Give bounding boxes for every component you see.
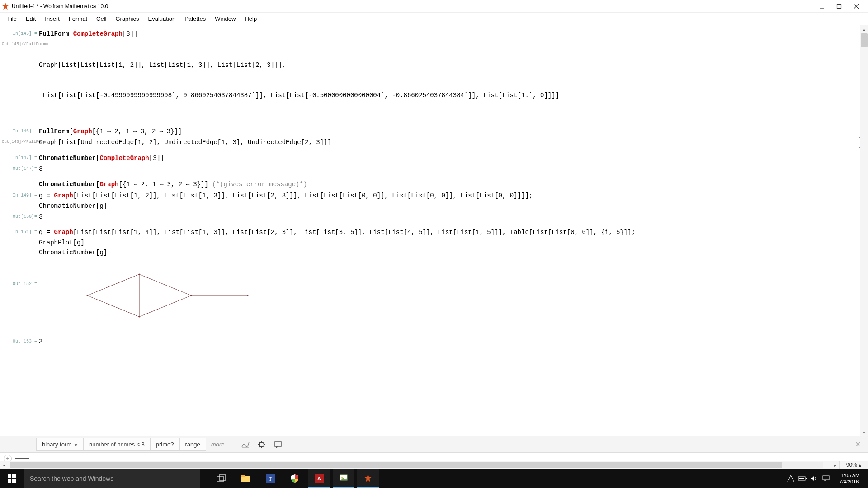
suggest-more[interactable]: more… — [206, 438, 236, 450]
cell-in145[interactable]: FullForm[CompleteGraph[3]] — [39, 29, 855, 39]
cell-out150: 3 — [39, 212, 855, 222]
hscroll-thumb[interactable] — [10, 462, 782, 468]
cell-anon[interactable]: ChromaticNumber[Graph[{1 ↔ 2, 1 ↔ 3, 2 ↔… — [39, 179, 855, 190]
svg-line-23 — [264, 446, 264, 447]
svg-line-25 — [259, 446, 260, 447]
suggest-prime-q[interactable]: prime? — [150, 438, 180, 451]
texworks-icon[interactable]: T — [259, 469, 281, 488]
svg-rect-31 — [217, 476, 223, 482]
menu-palettes[interactable]: Palettes — [180, 14, 210, 24]
svg-rect-29 — [8, 479, 11, 483]
taskbar-clock[interactable]: 11:05 AM 7/4/2016 — [832, 470, 866, 487]
wolfram-alpha-icon[interactable] — [239, 439, 252, 450]
cell-label-in149: In[149]:= — [2, 191, 39, 211]
hscroll-track[interactable] — [10, 462, 823, 468]
svg-rect-30 — [12, 479, 16, 483]
svg-point-12 — [139, 274, 140, 275]
menu-evaluation[interactable]: Evaluation — [143, 14, 180, 24]
svg-point-15 — [247, 295, 249, 296]
cell-in146[interactable]: FullForm[Graph[{1 ↔ 2, 1 ↔ 3, 2 ↔ 3}]] — [39, 127, 855, 137]
svg-line-24 — [264, 442, 264, 443]
scroll-thumb[interactable] — [861, 33, 868, 47]
insertion-line — [15, 458, 29, 459]
taskbar: Search the web and Windows T A ╱╲ 11:05 … — [0, 469, 868, 488]
cell-in151[interactable]: g = Graph[List[List[List[1, 4]], List[Li… — [39, 227, 855, 258]
horizontal-scrollbar[interactable]: ◂ ▸ 90% ▴ — [0, 461, 868, 469]
scroll-right-arrow-icon[interactable]: ▸ — [831, 463, 839, 468]
suggest-binary-form[interactable]: binary form — [36, 438, 84, 451]
menu-window[interactable]: Window — [210, 14, 240, 24]
cell-label-in146: In[146]:= — [2, 127, 39, 137]
svg-rect-44 — [799, 478, 804, 479]
minimize-button[interactable] — [817, 2, 826, 11]
suggestions-bar: binary form number of primes ≤ 3 prime? … — [0, 436, 868, 453]
scroll-left-arrow-icon[interactable]: ◂ — [0, 463, 8, 468]
suggestions-close-icon[interactable]: ✕ — [851, 440, 864, 449]
titlebar: Untitled-4 * - Wolfram Mathematica 10.0 — [0, 0, 868, 13]
action-center-icon[interactable] — [820, 469, 832, 488]
menu-cell[interactable]: Cell — [92, 14, 111, 24]
cell-out147: 3 — [39, 164, 855, 174]
svg-rect-45 — [823, 476, 829, 480]
menu-insert[interactable]: Insert — [40, 14, 64, 24]
cell-label-in147: In[147]:= — [2, 153, 39, 163]
svg-rect-34 — [241, 475, 245, 477]
app-icon — [2, 3, 9, 10]
cell-label-anon — [2, 179, 39, 190]
svg-line-22 — [259, 442, 260, 443]
chat-icon[interactable] — [272, 439, 284, 450]
svg-text:A: A — [317, 476, 321, 481]
menu-help[interactable]: Help — [240, 14, 261, 24]
scroll-up-arrow-icon[interactable]: ▴ — [860, 25, 868, 33]
cell-out145: Graph[List[List[List[1, 2]], List[List[1… — [39, 40, 855, 121]
graph-plot-output[interactable] — [39, 261, 855, 334]
svg-rect-2 — [837, 4, 841, 8]
menu-edit[interactable]: Edit — [21, 14, 40, 24]
battery-icon[interactable] — [797, 469, 808, 488]
file-explorer-icon[interactable] — [235, 469, 257, 488]
cell-label-out152: Out[152]= — [2, 259, 39, 336]
defender-icon[interactable] — [284, 469, 306, 488]
start-button[interactable] — [0, 469, 24, 488]
volume-icon[interactable] — [808, 469, 820, 488]
svg-line-6 — [139, 274, 191, 296]
svg-rect-26 — [274, 442, 282, 446]
cell-in147[interactable]: ChromaticNumber[CompleteGraph[3]] — [39, 153, 855, 163]
taskbar-search[interactable]: Search the web and Windows — [24, 469, 200, 488]
close-button[interactable] — [852, 2, 861, 11]
svg-text:T: T — [269, 475, 272, 482]
svg-point-14 — [139, 316, 140, 318]
svg-line-5 — [87, 274, 139, 296]
paint-icon[interactable] — [333, 469, 354, 488]
cell-out146: Graph[List[UndirectedEdge[1, 2], Undirec… — [39, 137, 855, 147]
zoom-level[interactable]: 90% ▴ — [839, 461, 868, 469]
svg-marker-41 — [364, 474, 372, 482]
cell-label-in145: In[145]:= — [2, 29, 39, 39]
cell-label-out147: Out[147]= — [2, 164, 39, 174]
svg-rect-43 — [806, 478, 807, 479]
suggest-primes-le-3[interactable]: number of primes ≤ 3 — [83, 438, 151, 451]
menu-format[interactable]: Format — [64, 14, 92, 24]
suggest-range[interactable]: range — [179, 438, 206, 451]
menubar: File Edit Insert Format Cell Graphics Ev… — [0, 13, 868, 25]
cell-in149[interactable]: g = Graph[List[List[List[1, 2]], List[Li… — [39, 191, 855, 211]
svg-rect-32 — [219, 475, 226, 480]
task-view-icon[interactable] — [211, 469, 232, 488]
vertical-scrollbar[interactable]: ▴ ▾ — [860, 25, 868, 436]
cell-label-in151: In[151]:= — [2, 227, 39, 258]
cell-label-out146: Out[146]//FullForm= — [2, 137, 39, 147]
svg-point-17 — [259, 442, 264, 447]
svg-line-7 — [139, 296, 191, 317]
notebook-area[interactable]: In[145]:= FullForm[CompleteGraph[3]] Out… — [0, 25, 868, 436]
tray-chevron-icon[interactable]: ╱╲ — [785, 469, 797, 488]
menu-graphics[interactable]: Graphics — [111, 14, 143, 24]
svg-marker-0 — [2, 3, 9, 10]
gear-icon[interactable] — [255, 439, 268, 450]
svg-rect-27 — [8, 474, 11, 478]
adobe-reader-icon[interactable]: A — [308, 469, 330, 488]
svg-line-8 — [87, 296, 139, 317]
mathematica-taskbar-icon[interactable] — [357, 469, 379, 488]
maximize-button[interactable] — [835, 2, 844, 11]
scroll-down-arrow-icon[interactable]: ▾ — [860, 428, 868, 436]
menu-file[interactable]: File — [3, 14, 21, 24]
